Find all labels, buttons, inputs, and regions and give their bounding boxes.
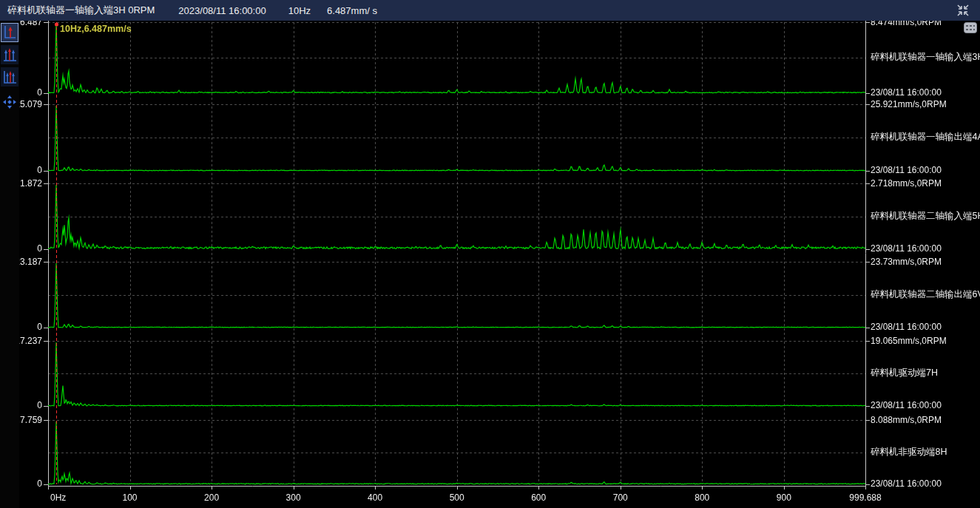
pan-move-icon[interactable] [1, 92, 18, 112]
single-spectrum-tool-button[interactable] [1, 23, 18, 42]
topbar-datetime: 2023/08/11 16:00:00 [178, 5, 266, 16]
cursor-annotation: 10Hz,6.487mm/s [60, 24, 132, 34]
topbar-cursor-amplitude: 6.487mm/ s [327, 5, 377, 16]
spectra-plot-canvas[interactable] [0, 0, 980, 508]
single-spectrum-icon [2, 24, 17, 41]
multi-spectrum-tool-button[interactable] [1, 45, 18, 64]
top-status-bar: 碎料机联轴器一轴输入端3H 0RPM 2023/08/11 16:00:00 1… [0, 0, 980, 21]
multi-spectrum-icon [2, 47, 17, 63]
mini-table-icon[interactable] [964, 22, 977, 33]
topbar-cursor-frequency: 10Hz [288, 5, 311, 16]
collapse-icon[interactable] [955, 2, 971, 18]
left-toolbar [0, 21, 19, 508]
stacked-spectrum-icon [2, 69, 17, 85]
topbar-channel-readout: 碎料机联轴器一轴输入端3H 0RPM [7, 4, 155, 17]
app-window: { "topbar": { "channel_readout": "碎料机联轴器… [0, 0, 980, 508]
stacked-spectrum-tool-button[interactable] [1, 67, 18, 87]
